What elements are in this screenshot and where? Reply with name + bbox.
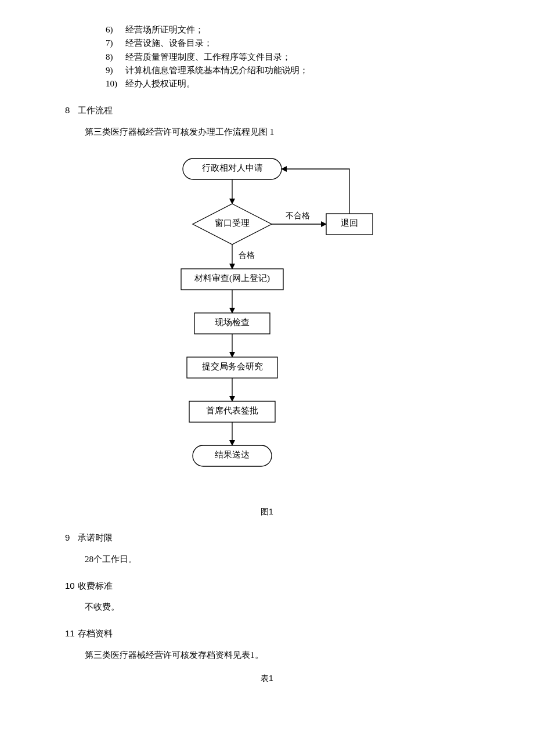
figure-caption: 图1: [52, 506, 482, 519]
list-item: 9) 计算机信息管理系统基本情况介绍和功能说明；: [106, 64, 482, 77]
flow-node-submit: 提交局务会研究: [202, 362, 263, 371]
section-10-heading: 10收费标准: [52, 579, 482, 592]
section-number: 9: [65, 531, 78, 544]
list-item: 10) 经办人授权证明。: [106, 77, 482, 91]
section-9-heading: 9承诺时限: [52, 531, 482, 544]
flow-node-accept: 窗口受理: [215, 218, 250, 228]
section-11-body: 第三类医疗器械经营许可核发存档资料见表1。: [52, 649, 482, 662]
flow-node-return: 退回: [341, 218, 358, 228]
flow-edge-fail-label: 不合格: [286, 211, 310, 220]
section-title: 收费标准: [78, 581, 113, 591]
list-item-number: 10): [106, 77, 125, 91]
flow-node-apply: 行政相对人申请: [202, 163, 263, 172]
section-title: 承诺时限: [78, 532, 113, 542]
flow-node-approve: 首席代表签批: [206, 406, 258, 415]
list-item-text: 经营质量管理制度、工作程序等文件目录；: [125, 51, 291, 64]
list-item-text: 经营设施、设备目录；: [125, 37, 212, 50]
list-item-text: 经营场所证明文件；: [125, 23, 204, 37]
section-9-body: 28个工作日。: [52, 553, 482, 566]
section-8-heading: 8工作流程: [52, 103, 482, 117]
list-item-number: 6): [106, 23, 125, 37]
list-item: 8) 经营质量管理制度、工作程序等文件目录；: [106, 51, 482, 64]
list-item-text: 计算机信息管理系统基本情况介绍和功能说明；: [125, 64, 308, 77]
flow-node-review: 材料审查(网上登记): [194, 273, 270, 283]
section-number: 8: [65, 103, 78, 117]
flow-node-deliver: 结果送达: [215, 450, 250, 459]
list-item-text: 经办人授权证明。: [125, 77, 195, 91]
section-title: 工作流程: [78, 105, 113, 115]
section-title: 存档资料: [78, 628, 113, 638]
list-item: 6) 经营场所证明文件；: [106, 23, 482, 37]
list-item-number: 7): [106, 37, 125, 50]
ordered-list: 6) 经营场所证明文件； 7) 经营设施、设备目录； 8) 经营质量管理制度、工…: [52, 23, 482, 91]
section-10-body: 不收费。: [52, 600, 482, 614]
section-number: 10: [65, 579, 78, 592]
table-caption: 表1: [52, 672, 482, 685]
flow-edge-pass-label: 合格: [239, 251, 255, 260]
section-number: 11: [65, 627, 78, 640]
list-item-number: 9): [106, 64, 125, 77]
section-8-body: 第三类医疗器械经营许可核发办理工作流程见图 1: [52, 125, 482, 139]
list-item-number: 8): [106, 51, 125, 64]
flow-node-inspect: 现场检查: [215, 318, 250, 327]
workflow-flowchart: 行政相对人申请 窗口受理 不合格 退回 合格 材料审查(网上登记) 现场检查 提…: [139, 153, 395, 495]
list-item: 7) 经营设施、设备目录；: [106, 37, 482, 50]
section-11-heading: 11存档资料: [52, 627, 482, 640]
